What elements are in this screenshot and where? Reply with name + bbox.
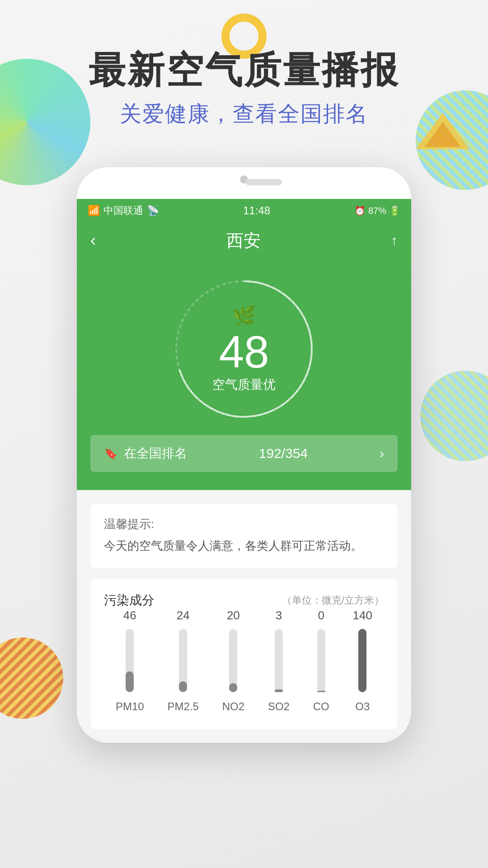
wifi-icon: 📡 xyxy=(147,205,159,217)
battery-icon: 🔋 xyxy=(389,205,400,216)
bar-fill-so2 xyxy=(275,689,283,692)
bars-container: 46 PM10 24 PM2.5 20 NO2 3 SO2 0 CO 140 xyxy=(104,623,384,713)
bar-label-so2: SO2 xyxy=(268,700,290,713)
leaf-icon: 🌿 xyxy=(212,305,276,327)
tip-title: 温馨提示: xyxy=(104,516,384,532)
bar-fill-pm10 xyxy=(126,671,134,692)
battery-pct: 87% xyxy=(368,206,386,216)
bar-track-o3 xyxy=(358,629,366,692)
carrier-label: 中国联通 xyxy=(103,204,143,217)
ranking-left: 🔖 在全国排名 xyxy=(104,445,187,462)
status-left: 📶 中国联通 📡 xyxy=(88,204,159,217)
bar-label-no2: NO2 xyxy=(222,700,244,713)
green-card: 🌿 48 空气质量优 🔖 在全国排名 192/354 › xyxy=(77,259,411,490)
ranking-number: 192/354 xyxy=(259,446,308,461)
pollution-unit: （单位：微克/立方米） xyxy=(282,594,384,607)
bar-item-pm10: 46 PM10 xyxy=(116,609,144,713)
app-header: ‹ 西安 ↑ xyxy=(77,222,411,259)
sub-title: 关爱健康，查看全国排名 xyxy=(0,99,488,128)
bar-track-pm10 xyxy=(126,629,134,692)
bar-fill-o3 xyxy=(358,629,366,692)
phone-mockup: 📶 中国联通 📡 11:48 ⏰ 87% 🔋 ‹ 西安 ↑ xyxy=(77,167,411,743)
status-right: ⏰ 87% 🔋 xyxy=(354,205,400,216)
bar-track-so2 xyxy=(275,629,283,692)
pollution-header: 污染成分 （单位：微克/立方米） xyxy=(104,592,384,609)
aqi-circle-container: 🌿 48 空气质量优 xyxy=(90,272,398,426)
white-content: 温馨提示: 今天的空气质量令人满意，各类人群可正常活动。 污染成分 （单位：微克… xyxy=(77,490,411,743)
bar-label-pm10: PM10 xyxy=(116,700,144,713)
pollution-title: 污染成分 xyxy=(104,592,155,609)
bar-item-so2: 3 SO2 xyxy=(268,609,290,713)
bar-item-o3: 140 O3 xyxy=(353,609,372,713)
bookmark-icon: 🔖 xyxy=(104,447,117,460)
bar-label-co: CO xyxy=(313,700,329,713)
ranking-row[interactable]: 🔖 在全国排名 192/354 › xyxy=(90,435,398,472)
back-button[interactable]: ‹ xyxy=(90,231,96,250)
bar-label-o3: O3 xyxy=(355,700,370,713)
pollution-section: 污染成分 （单位：微克/立方米） 46 PM10 24 PM2.5 20 NO2… xyxy=(90,579,398,729)
bar-value-pm2.5: 24 xyxy=(177,609,190,623)
city-label: 西安 xyxy=(226,229,261,252)
aqi-circle: 🌿 48 空气质量优 xyxy=(167,272,321,426)
main-title: 最新空气质量播报 xyxy=(0,50,488,90)
bar-value-co: 0 xyxy=(318,609,324,623)
share-button[interactable]: ↑ xyxy=(391,233,398,248)
phone-top-bar xyxy=(77,167,411,199)
bar-track-co xyxy=(317,629,325,692)
bar-item-co: 0 CO xyxy=(313,609,329,713)
chevron-right-icon: › xyxy=(380,446,384,461)
bar-value-no2: 20 xyxy=(227,609,240,623)
bar-value-pm10: 46 xyxy=(123,609,136,623)
bar-fill-co xyxy=(317,691,325,692)
headline-area: 最新空气质量播报 关爱健康，查看全国排名 xyxy=(0,50,488,128)
bar-track-no2 xyxy=(229,629,237,692)
bar-item-no2: 20 NO2 xyxy=(222,609,244,713)
bar-value-so2: 3 xyxy=(276,609,282,623)
bar-label-pm2.5: PM2.5 xyxy=(167,700,198,713)
status-bar: 📶 中国联通 📡 11:48 ⏰ 87% 🔋 xyxy=(77,199,411,222)
bar-value-o3: 140 xyxy=(353,609,372,623)
bar-fill-no2 xyxy=(229,683,237,692)
phone-speaker xyxy=(246,179,282,185)
aqi-number: 48 xyxy=(212,329,276,374)
status-time: 11:48 xyxy=(243,204,270,217)
aqi-center: 🌿 48 空气质量优 xyxy=(212,305,276,393)
signal-icon: 📶 xyxy=(88,205,100,217)
alarm-icon: ⏰ xyxy=(354,205,366,216)
bar-fill-pm2.5 xyxy=(179,681,187,692)
aqi-label: 空气质量优 xyxy=(212,376,276,393)
tip-box: 温馨提示: 今天的空气质量令人满意，各类人群可正常活动。 xyxy=(90,504,398,568)
bar-track-pm2.5 xyxy=(179,629,187,692)
ranking-text: 在全国排名 xyxy=(124,445,187,462)
bar-item-pm2.5: 24 PM2.5 xyxy=(167,609,198,713)
tip-text: 今天的空气质量令人满意，各类人群可正常活动。 xyxy=(104,537,384,556)
